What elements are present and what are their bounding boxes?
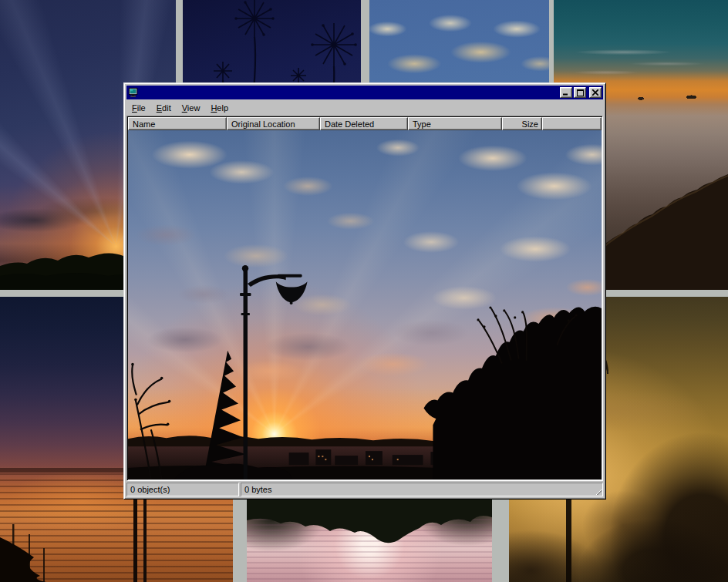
title-bar[interactable] [126,86,603,99]
status-bar: 0 object(s) 0 bytes [126,483,603,496]
menu-file[interactable]: File [126,102,151,114]
left-shrub-leaves [131,363,170,426]
close-button[interactable] [589,87,602,98]
recycle-bin-window: File Edit View Help Name Original Locati… [123,82,606,500]
minimize-button[interactable] [560,87,572,98]
menu-bar: File Edit View Help [126,99,603,115]
resize-grip[interactable] [592,486,602,495]
computer-monitor-icon[interactable] [128,87,139,98]
close-icon [592,89,598,96]
menu-help[interactable]: Help [205,102,234,114]
status-byte-count: 0 bytes [241,483,603,496]
sunset-silhouettes [128,130,602,479]
maximize-icon [577,89,584,96]
menu-edit[interactable]: Edit [151,102,177,114]
desktop: File Edit View Help Name Original Locati… [0,0,728,582]
column-header-original-location[interactable]: Original Location [227,117,320,130]
menu-view[interactable]: View [177,102,206,114]
column-header-size[interactable]: Size [502,117,542,130]
status-object-count: 0 object(s) [126,483,239,496]
column-header-name[interactable]: Name [128,117,227,130]
column-header-filler [542,117,602,130]
right-tree-mass-silhouette [424,307,602,479]
minimize-icon [563,89,569,96]
column-header-type[interactable]: Type [408,117,502,130]
maximize-button[interactable] [574,87,586,98]
column-header-row: Name Original Location Date Deleted Type… [128,117,602,130]
file-list-view[interactable]: Name Original Location Date Deleted Type… [126,116,603,481]
column-header-date-deleted[interactable]: Date Deleted [320,117,408,130]
client-area-sunset-photo[interactable] [128,130,602,479]
